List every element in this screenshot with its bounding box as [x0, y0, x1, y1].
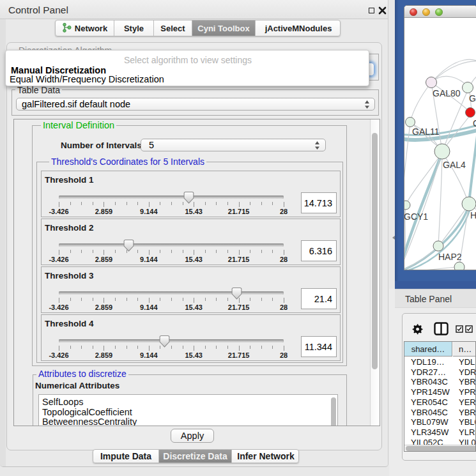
svg-text:GAL80: GAL80	[433, 88, 461, 98]
svg-text:GAL4: GAL4	[443, 160, 466, 170]
svg-text:GAL11: GAL11	[412, 127, 440, 137]
svg-text:HAP2: HAP2	[438, 252, 462, 262]
svg-text:GAL7: GAL7	[469, 93, 476, 104]
svg-text:GCY1: GCY1	[404, 211, 428, 222]
svg-text:HIS: HIS	[470, 210, 476, 220]
svg-text:CY: CY	[473, 118, 476, 128]
